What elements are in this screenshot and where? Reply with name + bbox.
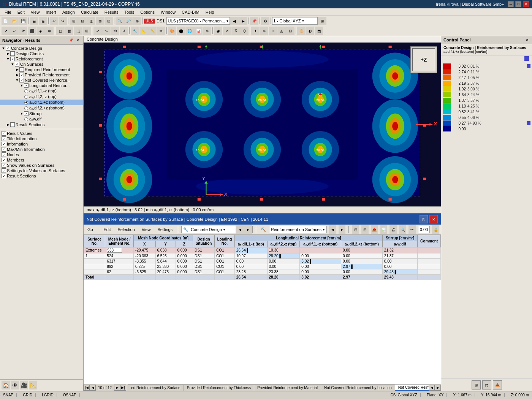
table-row[interactable]: 6317 -3.355 5.844 0.000 DS1 CO1 0.00 0.0… (84, 259, 441, 264)
menu-options[interactable]: Options (137, 8, 158, 16)
tab-scroll-right[interactable]: ▶ (435, 385, 441, 391)
expand-stirrup[interactable]: ▼ (20, 112, 24, 116)
nav-radio-1[interactable]: aₛ,dif,1,-z (top) (0, 88, 83, 94)
nav-not-covered[interactable]: ▼ Not Covered Reinforce... (0, 78, 83, 83)
tb2-v[interactable]: 📊 (194, 27, 203, 35)
cp-foot-btn1[interactable]: ⊞ (472, 380, 481, 390)
radio-1[interactable] (24, 89, 28, 93)
table-view-btn[interactable]: View (139, 226, 153, 233)
expand-concrete[interactable]: ▼ (2, 46, 5, 50)
check-settings-values[interactable] (2, 168, 6, 173)
tb2-m[interactable]: ⟲ (111, 27, 119, 35)
tb-settings[interactable]: ⚙ (261, 17, 269, 25)
check-not-covered[interactable] (19, 78, 24, 82)
tb2-dd[interactable]: ⊝ (269, 27, 277, 35)
tb2-h[interactable]: ▦ (65, 27, 73, 35)
table-export-btn[interactable]: 📤 (371, 225, 378, 234)
nav-radio-2[interactable]: aₛ,dif,2,-z (top) (0, 94, 83, 100)
nav-settings-values[interactable]: Settings for Values on Surfaces (0, 168, 83, 173)
radio-4[interactable] (24, 106, 28, 110)
tb-btn-c[interactable]: ◫ (87, 17, 95, 25)
tb2-o[interactable]: 🔧 (131, 27, 139, 35)
nav-result-values[interactable]: Result Values (0, 131, 83, 136)
tb-btn-a[interactable]: ⊞ (70, 17, 78, 25)
tb-pin[interactable]: 📌 (250, 17, 258, 25)
next-btn[interactable]: ▶ (239, 17, 247, 25)
tb2-gg[interactable]: 🔆 (297, 27, 306, 35)
table-area[interactable]: SurfaceNo. Mesh Node /Element No. Mesh N… (84, 235, 441, 384)
print-btn[interactable]: 🖨 (30, 17, 38, 25)
table-row[interactable]: Extremes -20.475 6.638 0.000 DS1 CO1 26.… (84, 247, 441, 253)
nav-design-checks[interactable]: ▶ Design Checks (0, 51, 83, 56)
table-filter-btn[interactable]: ⊟ (352, 225, 359, 234)
tb2-t[interactable]: ⬤ (177, 27, 185, 35)
tb2-g[interactable]: ◻ (56, 27, 65, 35)
tab-next-btn[interactable]: ▶ (114, 385, 120, 391)
tb2-w[interactable]: ⊗ (203, 27, 211, 35)
check-reinforcement[interactable] (10, 57, 15, 61)
expand-required[interactable]: ▶ (15, 68, 19, 71)
tb2-s[interactable]: 🎨 (168, 27, 176, 35)
nav-pin-btn[interactable]: 📌 (68, 37, 74, 43)
tb2-d[interactable]: ⬛ (28, 27, 36, 35)
nav-result-sect-bottom[interactable]: Result Sections (0, 173, 83, 179)
table-highlight-btn[interactable]: ✏ (408, 225, 416, 234)
nav-reinforcement[interactable]: ▼ Reinforcement (0, 56, 83, 62)
nav-nodes[interactable]: Nodes (0, 152, 83, 157)
table-copy-btn[interactable]: ⊞ (361, 225, 369, 234)
tab-3[interactable]: Provided Reinforcement by Material (254, 385, 321, 391)
table-right-prev[interactable]: ◀ (329, 225, 336, 234)
close-btn[interactable]: ✕ (523, 1, 529, 7)
tb-btn-d[interactable]: ⊠ (96, 17, 104, 25)
nav-on-surfaces[interactable]: ▼ On Surfaces (0, 62, 83, 67)
table-lock-btn[interactable]: 🔒 (432, 225, 439, 234)
tb2-x[interactable]: ◉ (214, 27, 222, 35)
tb2-a[interactable]: ↗ (2, 27, 10, 35)
table-settings-btn[interactable]: Settings (155, 226, 175, 233)
cp-foot-btn3[interactable]: 📤 (493, 380, 502, 390)
nav-result-sections[interactable]: ▶ Result Sections (0, 122, 83, 127)
nav-show-values[interactable]: Show Values on Surfaces (0, 163, 83, 168)
nav-concrete-design[interactable]: ▼ Concrete Design (0, 46, 83, 51)
tb2-j[interactable]: ⊞ (82, 27, 91, 35)
check-design-checks[interactable] (10, 51, 15, 56)
menu-insert[interactable]: Insert (43, 8, 59, 16)
tb2-i[interactable]: ⬚ (74, 27, 82, 35)
view-dropdown[interactable]: 1 - Global XYZ ▼ (272, 17, 318, 25)
check-provided[interactable] (19, 73, 24, 77)
check-result-sections[interactable] (10, 122, 15, 127)
expand-provided[interactable]: ▶ (15, 73, 19, 77)
check-result-values[interactable] (2, 131, 6, 136)
tab-scroll-left[interactable]: ◀ (429, 385, 435, 391)
expand-result-sections[interactable]: ▶ (6, 123, 10, 127)
table-goto-btn[interactable]: Go To (85, 226, 99, 233)
prev-btn[interactable]: ◀ (230, 17, 239, 25)
table-next-btn[interactable]: ▶ (244, 225, 252, 234)
nav-longitudinal[interactable]: ▼ Longitudinal Reinfor... (0, 83, 83, 88)
tab-last-btn[interactable]: ▶| (120, 385, 126, 391)
radio-2[interactable] (24, 95, 28, 99)
tb-view-btn[interactable]: ⊞ (318, 17, 326, 25)
expand-on-surfaces[interactable]: ▼ (11, 62, 14, 66)
menu-calculate[interactable]: Calculate (78, 8, 101, 16)
tab-prev-btn[interactable]: ◀ (90, 385, 96, 391)
nav-footer-btn1[interactable]: 🏠 (2, 381, 10, 390)
table-row[interactable]: 1 524 -20.363 6.525 0.000 DS1 CO1 10.97 … (84, 253, 441, 259)
tb-btn-e[interactable]: ⊡ (104, 17, 113, 25)
save-btn[interactable]: 💾 (19, 17, 27, 25)
check-concrete[interactable] (6, 46, 10, 51)
nav-maxmin[interactable]: Max/Min Information (0, 147, 83, 152)
check-required[interactable] (19, 67, 24, 72)
check-show-values[interactable] (2, 163, 6, 168)
tb2-b[interactable]: ↙ (10, 27, 19, 35)
menu-file[interactable]: File (2, 8, 14, 16)
menu-results[interactable]: Results (101, 8, 122, 16)
check-members[interactable] (2, 158, 6, 162)
nav-radio-3[interactable]: aₛ,dif,1,+z (bottom) (0, 100, 83, 105)
nav-required-reinf[interactable]: ▶ Required Reinforcement (0, 67, 83, 72)
table-edit-btn[interactable]: Edit (101, 226, 113, 233)
check-title-info[interactable] (2, 136, 6, 141)
expand-reinforcement[interactable]: ▼ (6, 57, 10, 61)
check-stirrup[interactable] (24, 111, 28, 116)
minimize-btn[interactable]: ─ (508, 1, 514, 7)
